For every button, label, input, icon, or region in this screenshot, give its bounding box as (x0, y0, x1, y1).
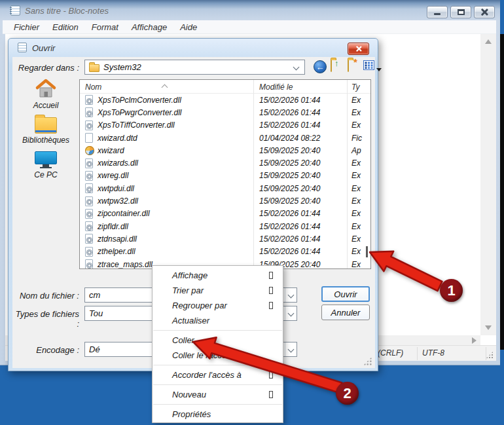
context-menu-item[interactable]: Nouveau (153, 387, 283, 402)
chevron-down-icon (288, 310, 295, 317)
file-name: xwtpdui.dll (98, 184, 134, 193)
menubar-item-aide[interactable]: Aide (173, 21, 204, 33)
context-menu-item[interactable]: Coller (153, 333, 283, 348)
file-modified-date: 15/02/2026 01:44 (259, 209, 320, 218)
file-file-icon (85, 133, 93, 143)
menubar-item-fichier[interactable]: Fichier (7, 21, 46, 33)
file-row[interactable]: xwtpdui.dll15/09/2025 20:40Ex (80, 182, 370, 194)
file-type-label: Types de fichiers : (15, 309, 79, 329)
context-menu-item[interactable]: Coller le raccourci (153, 348, 283, 363)
look-in-label: Regarder dans : (15, 63, 79, 73)
new-folder-button[interactable]: * (348, 60, 361, 73)
sidebar-item-home[interactable]: Accueil (14, 78, 78, 110)
vertical-scrollbar[interactable] (480, 34, 496, 335)
scroll-down-icon[interactable] (485, 325, 492, 330)
file-type: Ex (351, 96, 361, 105)
menu-item-label: Affichage (172, 270, 207, 280)
maximize-button[interactable] (450, 6, 471, 18)
open-button[interactable]: Ouvrir (321, 286, 370, 302)
file-type: Ex (351, 184, 361, 193)
file-row[interactable]: xwizard.dtd01/04/2024 08:22Fic (80, 132, 370, 144)
dll-file-icon (85, 209, 93, 219)
file-row[interactable]: ztdnsapi.dll15/02/2026 01:44Ex (80, 232, 370, 245)
file-type: Ex (351, 260, 361, 269)
sort-ascending-icon (162, 84, 168, 91)
chevron-down-icon (288, 292, 295, 299)
close-button[interactable] (474, 6, 495, 18)
screen-edge (500, 34, 504, 350)
status-line-ending: (CRLF) (378, 348, 403, 358)
menubar-item-format[interactable]: Format (85, 21, 125, 33)
scroll-right-icon[interactable] (472, 337, 477, 344)
look-in-value: System32 (103, 62, 141, 72)
folder-icon (348, 60, 349, 72)
file-type: Ex (351, 108, 361, 117)
views-button[interactable] (363, 60, 376, 73)
minimize-button[interactable] (427, 6, 448, 18)
file-name: ztrace_maps.dll (98, 260, 153, 269)
list-scrollbar-thumb[interactable] (366, 246, 368, 257)
submenu-indicator-icon (269, 371, 273, 379)
menubar-item-edition[interactable]: Edition (46, 21, 85, 33)
scroll-up-icon[interactable] (485, 39, 492, 44)
file-row[interactable]: xwreg.dll15/09/2025 20:40Ex (80, 170, 370, 182)
context-menu-item[interactable]: Affichage (153, 268, 283, 283)
file-type: Ex (351, 158, 361, 168)
dll-file-icon (85, 247, 93, 257)
caption-buttons (427, 6, 495, 18)
menu-separator (153, 365, 282, 365)
dll-file-icon (85, 196, 93, 206)
menu-item-label: Trier par (172, 286, 204, 295)
context-menu-item[interactable]: Trier par (153, 283, 283, 298)
dropdown-button[interactable] (285, 342, 297, 356)
file-row[interactable]: xwizard15/09/2025 20:40Ap (80, 144, 370, 157)
column-header-modified[interactable]: Modifié le (259, 83, 293, 92)
context-menu-item[interactable]: Accorder l'accès à (153, 367, 283, 382)
menubar-item-affichage[interactable]: Affichage (125, 21, 173, 33)
encoding-label: Encodage : (15, 345, 79, 355)
file-row[interactable]: xwizards.dll15/09/2025 20:40Ex (80, 157, 370, 169)
file-row[interactable]: xwtpw32.dll15/09/2025 20:40Ex (80, 194, 370, 207)
annotation-badge-2: 2 (336, 382, 359, 405)
close-icon (480, 9, 488, 16)
file-row[interactable]: XpsToPclmConverter.dll15/02/2026 01:44Ex (80, 94, 370, 106)
file-row[interactable]: XpsToPwgrConverter.dll15/02/2026 01:44Ex (80, 106, 370, 119)
sidebar-item-this-pc[interactable]: Ce PC (14, 151, 78, 179)
file-type: Ex (351, 171, 361, 180)
status-separator (486, 347, 486, 360)
dropdown-button[interactable] (285, 288, 297, 302)
dropdown-button[interactable] (285, 306, 297, 320)
file-list: Nom Modifié le Ty XpsToPclmConverter.dll… (79, 79, 371, 269)
libraries-folder-icon (35, 117, 57, 134)
menu-separator (153, 404, 282, 405)
dialog-resize-grip[interactable] (363, 357, 372, 365)
column-header-type[interactable]: Ty (351, 83, 359, 92)
file-modified-date: 15/09/2025 20:40 (259, 158, 320, 168)
file-row[interactable]: zipcontainer.dll15/02/2026 01:44Ex (80, 208, 370, 220)
menu-separator (153, 330, 282, 331)
desktop: Sans titre - Bloc-notes FichierEditionFo… (0, 0, 504, 425)
file-row[interactable]: zthelper.dll15/02/2026 01:44Ex (80, 246, 370, 258)
file-row[interactable]: XpsToTiffConverter.dll15/02/2026 01:44Ex (80, 119, 370, 132)
file-modified-date: 15/02/2026 01:44 (259, 108, 320, 117)
context-menu-item[interactable]: Regrouper par (153, 298, 283, 313)
dialog-close-button[interactable] (348, 43, 369, 55)
context-menu-item[interactable]: Propriétés (153, 407, 283, 422)
resize-grip[interactable] (486, 351, 494, 359)
file-type: Ap (351, 146, 361, 155)
cancel-button[interactable]: Annuler (321, 305, 370, 320)
back-button[interactable]: ← (314, 60, 327, 73)
file-name: XpsToPclmConverter.dll (98, 96, 181, 105)
encoding-value: Dé (89, 344, 100, 354)
context-menu-item[interactable]: Actualiser (153, 313, 283, 328)
folder-icon (89, 64, 99, 72)
up-one-level-button[interactable]: ↑ (331, 60, 344, 73)
dll-file-icon (85, 234, 93, 244)
sidebar-item-libraries[interactable]: Bibliothèques (14, 117, 78, 145)
menu-item-label: Coller le raccourci (172, 350, 240, 360)
dll-file-icon (85, 120, 93, 130)
computer-icon (35, 151, 57, 168)
file-row[interactable]: zipfldr.dll15/02/2026 01:44Ex (80, 220, 370, 232)
column-header-name[interactable]: Nom (85, 83, 101, 92)
look-in-combobox[interactable]: System32 (84, 60, 305, 75)
